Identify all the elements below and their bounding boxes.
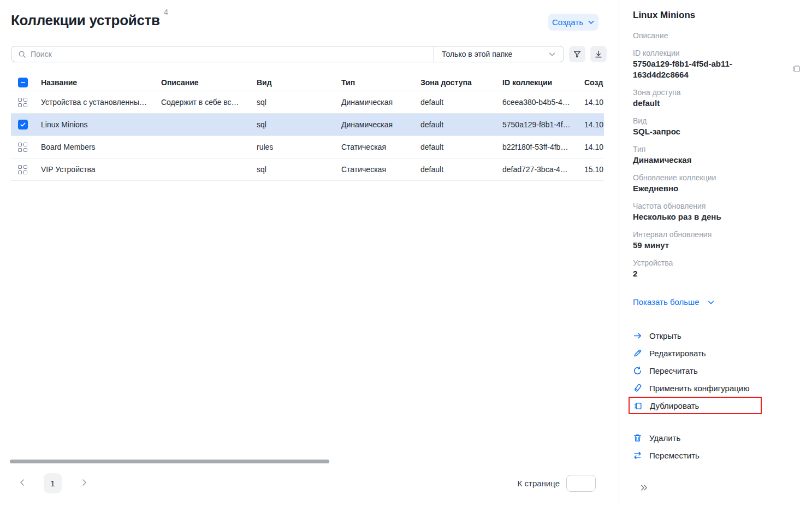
- cell-id: defad727-3bca-4…: [502, 165, 584, 174]
- show-more-label: Показать больше: [633, 297, 699, 307]
- field-collection-id: ID коллекции 5750a129-f8b1-4f5d-ab11-163…: [633, 48, 799, 80]
- cell-view: sql: [257, 165, 341, 174]
- horizontal-scrollbar-thumb[interactable]: [10, 460, 329, 463]
- collections-count-badge: 4: [164, 7, 168, 16]
- cell-id: 6ceea380-b4b5-4…: [502, 98, 584, 107]
- action-apply-configuration[interactable]: Применить конфигурацию: [633, 379, 799, 397]
- cell-view: rules: [257, 143, 341, 151]
- cell-name: Board Members: [41, 143, 161, 151]
- column-header-zone[interactable]: Зона доступа: [420, 78, 502, 87]
- field-label: Частота обновления: [633, 201, 799, 211]
- refresh-icon: [633, 366, 642, 375]
- field-devices: Устройства 2: [633, 257, 799, 279]
- filter-button[interactable]: [569, 46, 585, 62]
- chevron-down-icon: [707, 298, 715, 306]
- field-refresh: Обновление коллекции Ежедневно: [633, 172, 799, 194]
- goto-page-label: К странице: [518, 479, 560, 488]
- column-header-created[interactable]: Созд: [584, 78, 604, 87]
- field-value: 5750a129-f8b1-4f5d-ab11-163d4d2c8664: [633, 58, 772, 80]
- action-delete[interactable]: Удалить: [633, 429, 799, 446]
- field-value: Динамическая: [633, 155, 772, 166]
- prev-page-button[interactable]: [18, 478, 27, 487]
- search-input[interactable]: [31, 50, 427, 58]
- swap-icon: [633, 451, 642, 460]
- cell-view: sql: [257, 98, 341, 107]
- show-more-button[interactable]: Показать больше: [633, 297, 715, 307]
- cell-zone: default: [420, 165, 502, 174]
- page-title: Коллекции устройств4: [11, 12, 168, 29]
- action-edit[interactable]: Редактировать: [633, 344, 799, 362]
- field-access-zone: Зона доступа default: [633, 87, 799, 109]
- cell-created: 14.10: [584, 98, 604, 107]
- next-page-button[interactable]: [80, 478, 88, 487]
- field-type: Тип Динамическая: [633, 144, 799, 166]
- column-header-description[interactable]: Описание: [161, 78, 257, 87]
- field-value: 2: [633, 268, 772, 279]
- action-label: Открыть: [649, 331, 681, 340]
- field-view: Вид SQL-запрос: [633, 115, 799, 137]
- cell-description: Содержит в себе вс…: [161, 98, 257, 107]
- chevron-right-icon: [80, 478, 88, 487]
- create-button[interactable]: Создать: [548, 14, 598, 31]
- collapse-panel-button[interactable]: [639, 483, 649, 492]
- pencil-icon: [633, 349, 642, 358]
- column-header-id[interactable]: ID коллекции: [502, 78, 584, 87]
- field-value: 59 минут: [633, 240, 772, 251]
- action-label: Удалить: [649, 433, 680, 443]
- cell-view: sql: [257, 120, 341, 129]
- action-label: Применить конфигурацию: [649, 384, 749, 393]
- field-value: SQL-запрос: [633, 126, 772, 137]
- create-button-label: Создать: [552, 17, 583, 27]
- copy-icon: [792, 64, 801, 73]
- double-chevron-right-icon: [639, 483, 649, 492]
- page-number-button[interactable]: 1: [44, 473, 62, 493]
- cell-created: 15.10: [584, 165, 604, 174]
- action-recalculate[interactable]: Пересчитать: [633, 362, 799, 379]
- app-window: Коллекции устройств4 Создать Только в эт…: [0, 0, 812, 506]
- action-label: Переместить: [649, 451, 700, 460]
- field-label: Зона доступа: [633, 87, 799, 98]
- cell-created: 14.10: [584, 143, 604, 151]
- folder-scope-value: Только в этой папке: [442, 50, 512, 58]
- select-all-checkbox[interactable]: [18, 78, 28, 87]
- column-header-view[interactable]: Вид: [257, 78, 341, 87]
- filter-funnel-icon: [573, 50, 582, 58]
- search-field: [11, 46, 434, 62]
- copy-id-button[interactable]: [792, 64, 801, 73]
- eraser-icon: [633, 384, 642, 393]
- field-refresh-frequency: Частота обновления Несколько раз в день: [633, 201, 799, 222]
- check-icon: [20, 121, 26, 128]
- cell-type: Динамическая: [341, 98, 420, 107]
- row-checkbox-checked[interactable]: [18, 120, 28, 130]
- table-row-selected[interactable]: Linux Minions sql Динамическая default 5…: [11, 114, 604, 136]
- column-header-type[interactable]: Тип: [341, 78, 420, 87]
- action-label: Редактировать: [649, 349, 706, 358]
- table-row[interactable]: Устройства с установленны… Содержит в се…: [11, 91, 604, 114]
- folder-scope-select[interactable]: Только в этой папке: [434, 46, 564, 62]
- table-row[interactable]: VIP Устройства sql Статическая default d…: [11, 158, 604, 181]
- field-refresh-interval: Интервал обновления 59 минут: [633, 229, 799, 251]
- indeterminate-minus-icon: [20, 79, 26, 86]
- field-value: default: [633, 98, 772, 109]
- cell-zone: default: [420, 98, 502, 107]
- field-value: Ежедневно: [633, 183, 772, 194]
- column-header-name[interactable]: Название: [41, 78, 161, 87]
- field-label: Вид: [633, 115, 799, 126]
- secondary-actions: Удалить Переместить: [633, 429, 799, 464]
- main-content: Коллекции устройств4 Создать Только в эт…: [0, 0, 619, 506]
- export-button[interactable]: [590, 46, 607, 62]
- cell-type: Статическая: [341, 165, 420, 174]
- action-duplicate[interactable]: Дублировать: [629, 397, 762, 414]
- cell-type: Статическая: [341, 143, 420, 151]
- action-move[interactable]: Переместить: [633, 446, 799, 464]
- cell-zone: default: [420, 143, 502, 151]
- cell-name: VIP Устройства: [41, 165, 161, 174]
- cell-zone: default: [420, 120, 502, 129]
- search-combo: Только в этой папке: [11, 46, 564, 62]
- goto-page-input[interactable]: [566, 475, 596, 492]
- action-open[interactable]: Открыть: [633, 327, 799, 344]
- table-row[interactable]: Board Members rules Статическая default …: [11, 136, 604, 158]
- cell-name: Linux Minions: [41, 120, 161, 129]
- chevron-down-icon: [588, 19, 595, 26]
- field-label: Интервал обновления: [633, 229, 799, 240]
